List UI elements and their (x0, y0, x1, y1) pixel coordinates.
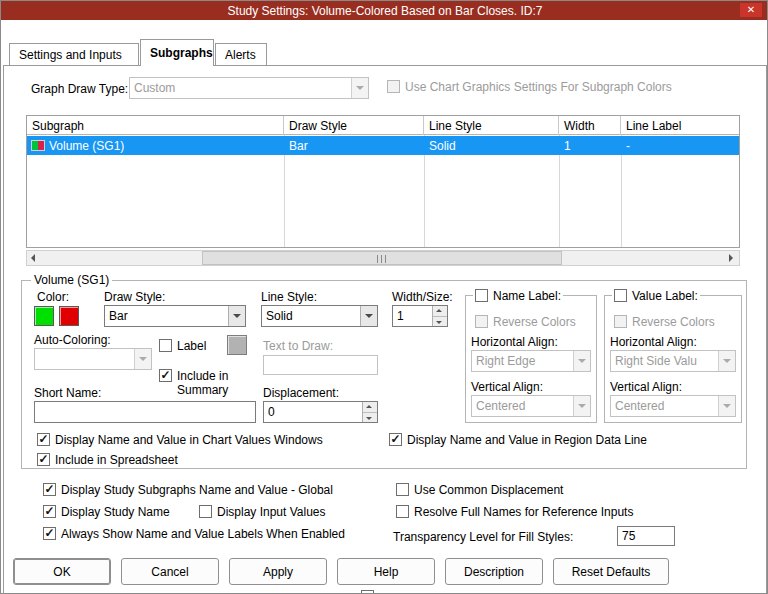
apply-button[interactable]: Apply (229, 558, 327, 585)
clipped-bottom-checkbox[interactable] (361, 590, 374, 594)
graph-draw-type-value: Custom (130, 78, 351, 98)
checkbox-label: Value Label: (632, 289, 698, 303)
title-bar[interactable]: Study Settings: Volume-Colored Based on … (1, 1, 768, 20)
ok-button[interactable]: OK (13, 558, 111, 585)
width-size-input[interactable] (393, 306, 432, 326)
checkbox-box: ✓ (389, 433, 402, 446)
checkbox-box (199, 505, 212, 518)
draw-style-select[interactable]: Bar (104, 305, 246, 327)
include-in-summary-checkbox[interactable]: ✓ Include in Summary (159, 369, 254, 397)
draw-style-label: Draw Style: (104, 290, 165, 304)
close-button[interactable]: ✕ (740, 3, 762, 17)
checkbox-label: Reverse Colors (632, 315, 715, 329)
checkmark-icon: ✓ (44, 484, 54, 495)
display-region-data-line-checkbox[interactable]: ✓ Display Name and Value in Region Data … (389, 433, 647, 447)
name-vertical-align-select[interactable]: Centered (471, 395, 591, 417)
use-common-displacement-checkbox[interactable]: Use Common Displacement (396, 483, 563, 497)
use-chart-graphics-checkbox[interactable]: Use Chart Graphics Settings For Subgraph… (387, 80, 672, 94)
width-size-stepper[interactable] (392, 305, 448, 327)
chevron-down-icon (228, 306, 245, 326)
short-name-label: Short Name: (34, 386, 101, 400)
spin-up-icon[interactable] (363, 402, 377, 413)
table-header: Subgraph Draw Style Line Style Width Lin… (27, 116, 739, 135)
color-label: Color: (37, 290, 69, 304)
name-label-checkbox[interactable]: Name Label: (473, 289, 563, 303)
chevron-down-icon (573, 351, 590, 371)
checkmark-icon: ✓ (160, 370, 170, 381)
resolve-full-names-checkbox[interactable]: Resolve Full Names for Reference Inputs (396, 505, 633, 519)
chevron-down-icon (134, 349, 151, 369)
study-settings-dialog: Study Settings: Volume-Colored Based on … (0, 0, 768, 594)
spinner-buttons[interactable] (432, 306, 447, 326)
display-chart-values-checkbox[interactable]: ✓ Display Name and Value in Chart Values… (37, 433, 323, 447)
button-label: OK (53, 565, 70, 579)
name-horizontal-align-label: Horizontal Align: (471, 335, 558, 349)
display-study-name-checkbox[interactable]: ✓ Display Study Name (43, 505, 170, 519)
column-header-line-label: Line Label (621, 116, 740, 135)
tab-settings-and-inputs[interactable]: Settings and Inputs (9, 43, 139, 65)
checkbox-label: Resolve Full Names for Reference Inputs (414, 505, 633, 519)
displacement-stepper[interactable] (263, 401, 378, 423)
display-input-values-checkbox[interactable]: Display Input Values (199, 505, 326, 519)
tab-alerts[interactable]: Alerts (215, 43, 267, 65)
help-button[interactable]: Help (337, 558, 435, 585)
spin-up-icon[interactable] (433, 306, 447, 317)
table-row-volume-sg1[interactable]: Volume (SG1) Bar Solid 1 - (27, 136, 739, 155)
checkbox-box (614, 315, 627, 328)
line-style-select[interactable]: Solid (261, 305, 378, 327)
value-label-checkbox[interactable]: Value Label: (612, 289, 700, 303)
label-color-button[interactable] (227, 335, 247, 355)
scrollbar-thumb[interactable] (202, 251, 562, 265)
text-to-draw-label: Text to Draw: (263, 339, 333, 353)
spin-down-icon[interactable] (433, 317, 447, 327)
displacement-input[interactable] (264, 402, 362, 422)
draw-style-value: Bar (105, 306, 228, 326)
checkbox-box (361, 590, 374, 594)
checkmark-icon: ✓ (38, 434, 48, 445)
checkbox-box: ✓ (37, 433, 50, 446)
checkmark-icon: ✓ (44, 528, 54, 539)
spin-down-icon[interactable] (363, 413, 377, 423)
value-horizontal-align-select[interactable]: Right Side Valu (610, 350, 736, 372)
scroll-left-arrow-icon[interactable] (27, 251, 43, 265)
text-to-draw-input[interactable] (263, 355, 378, 375)
graph-draw-type-select[interactable]: Custom (129, 77, 369, 99)
label-checkbox[interactable]: Label (159, 339, 206, 353)
include-in-spreadsheet-checkbox[interactable]: ✓ Include in Spreadsheet (37, 453, 178, 467)
auto-coloring-select[interactable] (34, 348, 152, 370)
scroll-right-arrow-icon[interactable] (723, 251, 739, 265)
cancel-button[interactable]: Cancel (121, 558, 219, 585)
transparency-level-input[interactable] (617, 526, 675, 546)
checkbox-label: Reverse Colors (493, 315, 576, 329)
spinner-buttons[interactable] (362, 402, 377, 422)
auto-coloring-label: Auto-Coloring: (34, 333, 111, 347)
checkbox-box (475, 289, 488, 302)
short-name-input[interactable] (34, 401, 256, 423)
checkbox-label: Use Common Displacement (414, 483, 563, 497)
tab-subgraphs[interactable]: Subgraphs (140, 39, 214, 66)
value-vertical-align-value: Centered (611, 396, 718, 416)
color-swatch-red[interactable] (59, 306, 79, 326)
name-reverse-colors-checkbox[interactable]: Reverse Colors (475, 315, 576, 329)
window-title: Study Settings: Volume-Colored Based on … (228, 4, 543, 18)
name-horizontal-align-select[interactable]: Right Edge (471, 350, 591, 372)
line-style-value: Solid (262, 306, 360, 326)
reset-defaults-button[interactable]: Reset Defaults (553, 558, 669, 585)
cell-line-label: - (626, 139, 630, 153)
checkbox-label: Display Study Name (61, 505, 170, 519)
table-horizontal-scrollbar[interactable] (26, 250, 740, 266)
checkbox-label: Name Label: (493, 289, 561, 303)
value-reverse-colors-checkbox[interactable]: Reverse Colors (614, 315, 715, 329)
button-label: Description (464, 565, 524, 579)
checkbox-label: Always Show Name and Value Labels When E… (61, 527, 345, 541)
display-subgraphs-global-checkbox[interactable]: ✓ Display Study Subgraphs Name and Value… (43, 483, 333, 497)
description-button[interactable]: Description (445, 558, 543, 585)
value-vertical-align-select[interactable]: Centered (610, 395, 736, 417)
chevron-down-icon (718, 351, 735, 371)
line-style-label: Line Style: (261, 290, 317, 304)
checkbox-label: Display Study Subgraphs Name and Value -… (61, 483, 333, 497)
checkbox-box: ✓ (43, 483, 56, 496)
checkmark-icon: ✓ (390, 434, 400, 445)
color-swatch-green[interactable] (34, 306, 54, 326)
always-show-labels-checkbox[interactable]: ✓ Always Show Name and Value Labels When… (43, 527, 345, 541)
